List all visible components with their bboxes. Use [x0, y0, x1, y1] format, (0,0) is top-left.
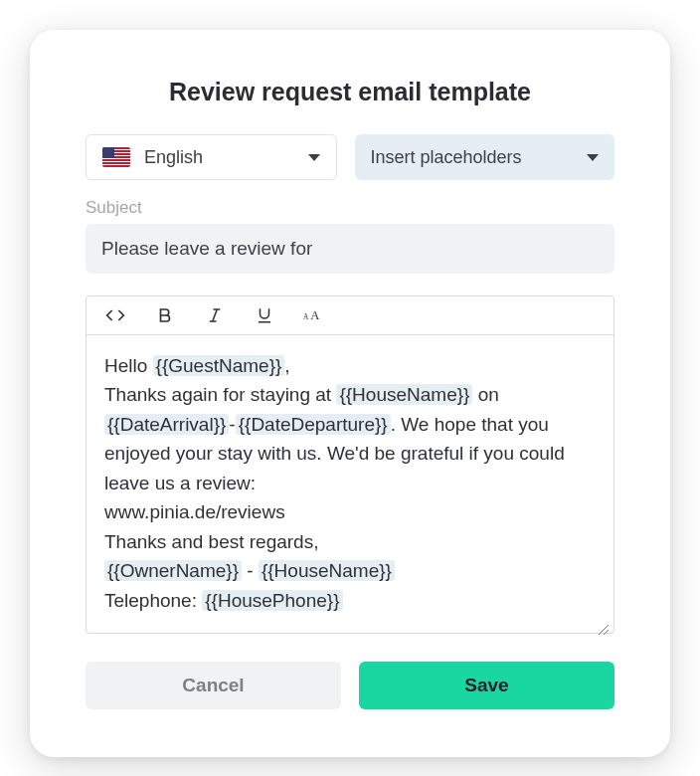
text-fragment: - [242, 560, 259, 581]
placeholder-datedeparture: {{DateDeparture}} [236, 414, 391, 435]
svg-text:A: A [310, 308, 319, 322]
editor-toolbar: A A [87, 296, 613, 335]
subject-input[interactable]: Please leave a review for [86, 224, 614, 274]
top-controls-row: English Insert placeholders [86, 134, 614, 180]
svg-line-7 [604, 630, 609, 635]
body-line: Thanks again for staying at {{HouseName}… [104, 380, 596, 497]
placeholders-dropdown-label: Insert placeholders [371, 147, 522, 168]
insert-placeholders-select[interactable]: Insert placeholders [355, 134, 614, 180]
placeholder-housename: {{HouseName}} [259, 560, 395, 581]
us-flag-icon [102, 147, 130, 167]
resize-handle-icon[interactable] [596, 615, 610, 629]
bold-button[interactable] [154, 304, 176, 326]
editor-content[interactable]: Hello {{GuestName}}, Thanks again for st… [87, 335, 613, 633]
placeholder-ownername: {{OwnerName}} [104, 560, 242, 581]
font-size-button[interactable]: A A [303, 304, 325, 326]
text-fragment: - [229, 414, 235, 435]
language-selected-label: English [144, 147, 203, 168]
dialog-title: Review request email template [86, 78, 614, 106]
subject-value: Please leave a review for [101, 238, 312, 259]
placeholder-housename: {{HouseName}} [336, 384, 472, 405]
cancel-button[interactable]: Cancel [86, 662, 341, 709]
svg-text:A: A [303, 312, 309, 321]
text-fragment: on [472, 384, 498, 405]
email-template-dialog: Review request email template English In… [30, 30, 670, 757]
italic-button[interactable] [204, 304, 226, 326]
text-fragment: Hello [104, 355, 153, 376]
placeholder-datearrival: {{DateArrival}} [104, 414, 229, 435]
text-fragment: , [284, 355, 289, 376]
text-fragment: Thanks again for staying at [104, 384, 336, 405]
placeholder-guestname: {{GuestName}} [153, 355, 285, 376]
underline-button[interactable] [254, 304, 275, 326]
svg-line-6 [599, 625, 609, 635]
text-fragment: Telephone: [104, 590, 202, 611]
body-line: Hello {{GuestName}}, [104, 351, 596, 380]
svg-line-2 [213, 309, 218, 321]
body-line: www.pinia.de/reviews [104, 497, 596, 526]
dialog-button-row: Cancel Save [86, 662, 614, 709]
placeholder-housephone: {{HousePhone}} [202, 590, 342, 611]
language-select[interactable]: English [86, 134, 337, 180]
save-button[interactable]: Save [359, 662, 614, 709]
body-line: Telephone: {{HousePhone}} [104, 586, 596, 615]
chevron-down-icon [308, 154, 320, 161]
body-line: Thanks and best regards, [104, 527, 596, 556]
body-line: {{OwnerName}} - {{HouseName}} [104, 556, 596, 585]
subject-label: Subject [86, 198, 614, 218]
chevron-down-icon [587, 154, 599, 161]
code-view-button[interactable] [104, 304, 126, 326]
rich-text-editor: A A Hello {{GuestName}}, Thanks again fo… [86, 295, 614, 634]
